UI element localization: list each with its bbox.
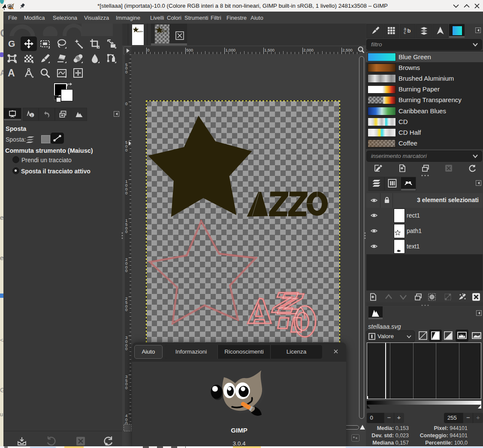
svg-text:i: i xyxy=(31,113,33,118)
svg-text:b: b xyxy=(408,27,411,34)
svg-text:AZZO: AZZO xyxy=(138,30,144,32)
svg-text:AZZO: AZZO xyxy=(162,30,168,33)
svg-text:A: A xyxy=(8,68,15,78)
svg-text:G: G xyxy=(8,39,15,48)
svg-text:c: c xyxy=(404,30,406,35)
